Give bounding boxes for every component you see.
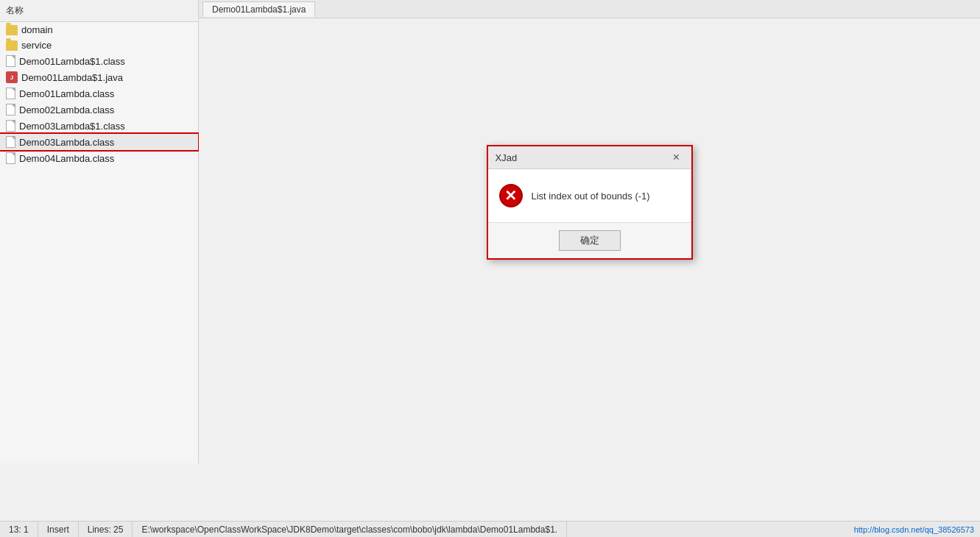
file-icon — [6, 136, 15, 148]
file-icon — [6, 55, 15, 67]
file-tree-sidebar: 名称 domain service Demo01Lambda$1.class J… — [0, 0, 199, 463]
status-mode-label: Insert — [47, 524, 69, 535]
status-position-label: 13: 1 — [9, 524, 29, 535]
sidebar-item-demo01lambda1java[interactable]: J Demo01Lambda$1.java — [0, 69, 198, 85]
sidebar-header-label: 名称 — [6, 5, 24, 15]
sidebar-item-domain[interactable]: domain — [0, 22, 198, 38]
dialog-body: ✕ List index out of bounds (-1) — [488, 169, 691, 222]
sidebar-item-demo04lambdaclass[interactable]: Demo04Lambda.class — [0, 150, 198, 166]
dialog-titlebar: XJad × — [488, 146, 691, 169]
sidebar-item-label: Demo03Lambda$1.class — [19, 121, 125, 132]
status-path: E:\workspace\OpenClassWorkSpace\JDK8Demo… — [133, 522, 567, 537]
sidebar-item-label: Demo01Lambda.class — [19, 88, 114, 99]
tab-label: Demo01Lambda$1.java — [212, 4, 306, 15]
status-bar: 13: 1 Insert Lines: 25 E:\workspace\Open… — [0, 521, 980, 537]
status-lines: Lines: 25 — [79, 522, 133, 537]
error-icon: ✕ — [499, 184, 523, 207]
dialog-footer: 确定 — [488, 222, 691, 258]
sidebar-item-demo01lambdaclass[interactable]: Demo01Lambda.class — [0, 85, 198, 102]
status-lines-label: Lines: 25 — [88, 524, 124, 535]
status-url-label: http://blog.csdn.net/qq_38526573 — [854, 525, 974, 534]
sidebar-item-demo03lambdaclass[interactable]: Demo03Lambda.class — [0, 134, 198, 150]
status-mode: Insert — [38, 522, 79, 537]
dialog-title: XJad — [496, 152, 518, 163]
sidebar-header: 名称 — [0, 0, 198, 22]
dialog-close-button[interactable]: × — [669, 150, 684, 165]
status-path-label: E:\workspace\OpenClassWorkSpace\JDK8Demo… — [141, 524, 557, 535]
tab-bar: Demo01Lambda$1.java — [199, 0, 980, 18]
sidebar-item-demo01lambda1class[interactable]: Demo01Lambda$1.class — [0, 53, 198, 69]
dialog-message: List index out of bounds (-1) — [532, 191, 650, 202]
java-icon: J — [6, 71, 18, 83]
sidebar-item-demo02lambdaclass[interactable]: Demo02Lambda.class — [0, 102, 198, 118]
xjad-error-dialog: XJad × ✕ List index out of bounds (-1) 确… — [487, 145, 693, 260]
sidebar-item-demo03lambda1class[interactable]: Demo03Lambda$1.class — [0, 118, 198, 134]
folder-icon — [6, 40, 18, 51]
folder-icon — [6, 25, 18, 35]
sidebar-item-label: domain — [21, 24, 53, 35]
file-icon — [6, 120, 15, 132]
sidebar-item-label: Demo01Lambda$1.java — [21, 72, 123, 83]
file-icon — [6, 88, 15, 99]
sidebar-item-label: Demo03Lambda.class — [19, 137, 114, 148]
sidebar-item-label: Demo04Lambda.class — [19, 153, 114, 164]
sidebar-item-label: Demo02Lambda.class — [19, 104, 114, 115]
file-icon — [6, 152, 15, 164]
tab-demo01lambda1java[interactable]: Demo01Lambda$1.java — [202, 1, 315, 17]
dialog-confirm-button[interactable]: 确定 — [559, 230, 621, 251]
sidebar-item-label: Demo01Lambda$1.class — [19, 56, 125, 67]
status-url: http://blog.csdn.net/qq_38526573 — [854, 525, 980, 534]
file-icon — [6, 104, 15, 115]
sidebar-item-label: service — [21, 40, 52, 51]
status-position: 13: 1 — [0, 522, 38, 537]
sidebar-item-service[interactable]: service — [0, 38, 198, 53]
